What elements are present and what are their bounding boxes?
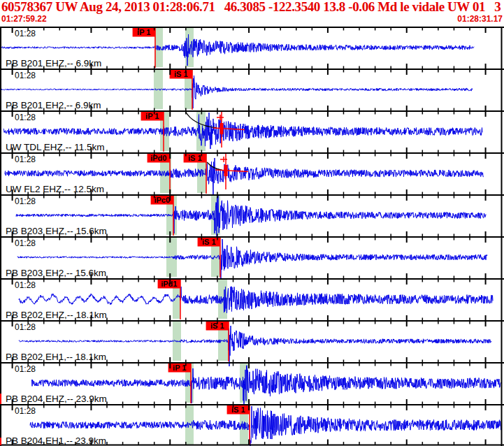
station-channel-label: UW TDL EHZ,-- 11.5km (6, 142, 105, 152)
phase-pick-label: iP 1 (137, 28, 150, 36)
time-window-row: 01:27:59.22 01:28:31.17 (0, 14, 504, 24)
window-end-time: 01:28:31.17 (457, 14, 503, 24)
event-summary: 60578367 UW Aug 24, 2013 01:28:06.71 46.… (0, 0, 504, 14)
trace-panel[interactable]: iPd0iS 101:28UW FL2 EHZ,-- 12.5km (5, 153, 484, 201)
panel-time-label: 01:28 (15, 196, 36, 206)
right-border (501, 27, 503, 446)
trace-display-area[interactable]: iP 101:28PB B201 EHZ,-- 6.9kmiS 101:28PB… (0, 27, 504, 446)
window-start-time: 01:27:59.22 (1, 14, 47, 24)
phase-pick-label: iPd0 (150, 154, 166, 162)
trace-panel[interactable]: iP 101:28UW TDL EHZ,-- 11.5km (3, 111, 482, 152)
trace-panel[interactable]: iS 101:28PB B201 EH2,-- 6.9km (1, 69, 473, 110)
station-channel-label: PB B201 EH2,-- 6.9km (6, 100, 101, 110)
station-channel-label: PB B201 EHZ,-- 6.9km (6, 58, 101, 69)
trace-panel[interactable]: iS 101:28PB B204 EH1,-- 23.9km (6, 405, 501, 446)
phase-pick-label: iS 1 (188, 154, 202, 162)
phase-pick-label: iP 1 (173, 364, 186, 372)
panel-time-label: 01:28 (15, 364, 36, 374)
phase-pick-label: iPc0 (154, 196, 170, 204)
panel-time-label: 01:28 (15, 406, 36, 416)
seismogram-viewer: 60578367 UW Aug 24, 2013 01:28:06.71 46.… (0, 0, 504, 446)
trace-panel[interactable]: iP 101:28PB B204 EHZ,-- 23.9km (6, 363, 501, 404)
phase-pick-label: iPd1 (161, 280, 177, 288)
panel-time-label: 01:28 (15, 322, 36, 332)
trace-panel[interactable]: iPd101:28PB B202 EHZ,-- 18.1km (6, 279, 493, 320)
edge-pick-mark (0, 394, 1, 404)
panel-time-label: 01:28 (15, 238, 36, 248)
phase-pick-label: iP 1 (145, 112, 159, 120)
header: 60578367 UW Aug 24, 2013 01:28:06.71 46.… (0, 0, 504, 27)
panel-time-label: 01:28 (15, 29, 36, 38)
edge-pick-mark (0, 438, 1, 445)
panel-time-label: 01:28 (15, 113, 36, 122)
trace-panel[interactable]: iS 101:28PB B203 EH2,-- 15.6km (6, 237, 487, 282)
phase-pick-label: iS 1 (202, 238, 216, 246)
trace-panel[interactable]: iP 101:28PB B201 EHZ,-- 6.9km (0, 27, 474, 69)
arrival-window-band (154, 70, 163, 109)
left-border (0, 27, 1, 446)
panel-time-label: 01:28 (15, 154, 36, 164)
panel-time-label: 01:28 (15, 71, 36, 80)
station-channel-label: UW FL2 EHZ,-- 12.5km (6, 184, 104, 194)
panel-time-label: 01:28 (15, 280, 36, 290)
trace-panel[interactable]: iPc001:28PB B203 EHZ,-- 15.6km (6, 195, 486, 238)
